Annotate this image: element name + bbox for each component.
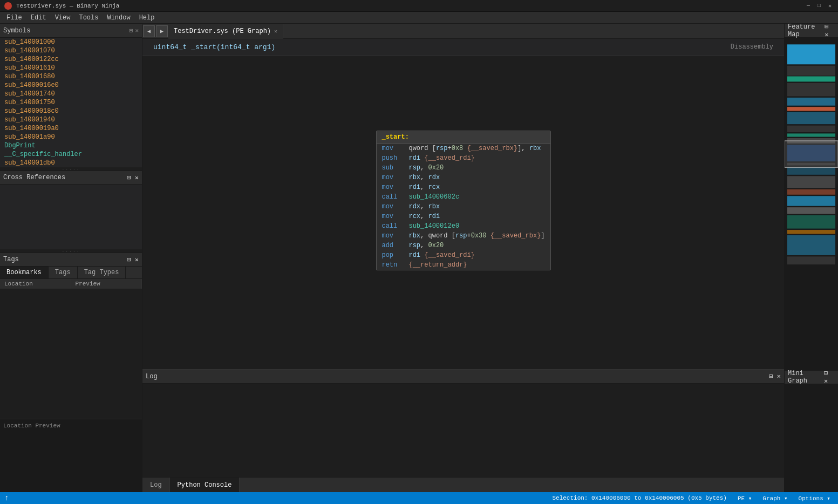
asm-operands: rbx, rdx xyxy=(408,174,440,181)
tab-close-icon[interactable]: ✕ xyxy=(274,28,277,35)
crossref-close-icon[interactable]: ✕ xyxy=(135,174,139,182)
symbol-item[interactable]: sub_14000018c0 xyxy=(0,107,142,115)
status-right: Selection: 0x140006000 to 0x140006005 (0… xyxy=(549,495,834,502)
mini-graph-header: Mini Graph ⊟ ✕ xyxy=(785,370,838,384)
asm-row[interactable]: poprdi {__saved_rdi} xyxy=(376,250,550,260)
svg-rect-17 xyxy=(787,207,835,214)
symbol-item[interactable]: sub_14000019a0 xyxy=(0,124,142,133)
symbol-item[interactable]: sub_140001740 xyxy=(0,90,142,98)
status-options[interactable]: Options ▾ xyxy=(795,495,834,502)
symbol-item[interactable]: sub_14000016e0 xyxy=(0,81,142,90)
menu-item-file[interactable]: File xyxy=(2,13,26,23)
mini-graph-minimize-icon[interactable]: ⊟ xyxy=(824,370,828,377)
tags-minimize-icon[interactable]: ⊟ xyxy=(127,256,131,264)
function-header: uint64_t _start(int64_t arg1) xyxy=(142,39,784,56)
asm-row[interactable]: addrsp, 0x20 xyxy=(376,241,550,250)
symbol-item[interactable]: sub_140001940 xyxy=(0,115,142,124)
graph-tab[interactable]: TestDriver.sys (PE Graph) ✕ xyxy=(168,24,283,39)
asm-operands: qword [rsp+0x8 {__saved_rbx}], rbx xyxy=(408,145,541,152)
symbols-minimize-icon[interactable]: ⊟ xyxy=(130,27,133,34)
svg-rect-14 xyxy=(787,176,835,188)
asm-row[interactable]: movrcx, rdi xyxy=(376,212,550,221)
log-close-icon[interactable]: ✕ xyxy=(777,373,781,380)
symbol-item[interactable]: sub_14000122cc xyxy=(0,55,142,64)
close-button[interactable]: ✕ xyxy=(826,2,834,10)
svg-rect-16 xyxy=(787,196,835,206)
maximize-button[interactable]: □ xyxy=(815,2,823,10)
symbol-item[interactable]: sub_140001000 xyxy=(0,38,142,46)
window-title: TestDriver.sys — Binary Ninja xyxy=(16,3,119,9)
forward-button[interactable]: ▶ xyxy=(156,25,168,37)
asm-operands: rsp, 0x20 xyxy=(408,164,444,172)
svg-rect-21 xyxy=(787,256,835,264)
log-body xyxy=(142,384,784,477)
symbol-item[interactable]: sub_140001750 xyxy=(0,98,142,107)
menu-item-edit[interactable]: Edit xyxy=(26,13,51,23)
asm-operands: rsp, 0x20 xyxy=(408,242,444,249)
crossref-minimize-icon[interactable]: ⊟ xyxy=(127,174,131,182)
tags-col-location: Location xyxy=(0,279,71,289)
bottom-tab-python-console[interactable]: Python Console xyxy=(170,478,240,492)
asm-row[interactable]: callsub_1400012e0 xyxy=(376,221,550,231)
tab-tags[interactable]: Tags xyxy=(49,267,78,278)
svg-rect-20 xyxy=(787,235,835,255)
status-pe[interactable]: PE ▾ xyxy=(734,495,755,502)
svg-rect-1 xyxy=(787,44,835,64)
asm-mnemonic: pop xyxy=(381,251,408,259)
menu-item-help[interactable]: Help xyxy=(135,13,159,23)
symbols-close-icon[interactable]: ✕ xyxy=(135,27,139,34)
asm-rows: movqword [rsp+0x8 {__saved_rbx}], rbxpus… xyxy=(376,144,550,270)
symbol-item[interactable]: sub_140001070 xyxy=(0,46,142,55)
symbol-item[interactable]: DbgPrint xyxy=(0,141,142,150)
tags-title: Tags xyxy=(3,256,19,263)
symbol-item[interactable]: sub_140001610 xyxy=(0,64,142,72)
asm-row[interactable]: movrbx, rdx xyxy=(376,173,550,182)
asm-row[interactable]: retn{__return_addr} xyxy=(376,260,550,270)
log-title: Log xyxy=(146,373,158,380)
status-arrow-icon[interactable]: ↑ xyxy=(4,494,9,502)
tags-close-icon[interactable]: ✕ xyxy=(135,256,139,264)
symbol-item[interactable]: __C_specific_handler xyxy=(0,150,142,159)
symbols-controls: ⊟ ✕ xyxy=(130,27,139,34)
asm-row[interactable]: movrbx, qword [rsp+0x30 {__saved_rbx}] xyxy=(376,231,550,241)
menu-item-tools[interactable]: Tools xyxy=(74,13,103,23)
mini-graph-title: Mini Graph xyxy=(788,370,824,385)
tab-bookmarks[interactable]: Bookmarks xyxy=(0,267,49,278)
asm-row[interactable]: movqword [rsp+0x8 {__saved_rbx}], rbx xyxy=(376,144,550,153)
asm-operands: rdi, rcx xyxy=(408,183,440,191)
tab-tag-types[interactable]: Tag Types xyxy=(78,267,126,278)
svg-rect-7 xyxy=(787,112,835,124)
symbol-item[interactable]: sub_140001a90 xyxy=(0,133,142,141)
status-graph[interactable]: Graph ▾ xyxy=(759,495,791,502)
symbol-item[interactable]: sub_140001680 xyxy=(0,72,142,81)
feature-map-body xyxy=(785,38,838,370)
asm-row[interactable]: subrsp, 0x20 xyxy=(376,163,550,173)
log-minimize-icon[interactable]: ⊟ xyxy=(769,373,773,380)
mini-graph-body xyxy=(785,384,838,492)
window-controls: — □ ✕ xyxy=(805,2,834,10)
crossref-body xyxy=(0,185,142,249)
tags-col-preview: Preview xyxy=(71,279,142,289)
asm-row[interactable]: callsub_14000602c xyxy=(376,192,550,202)
svg-rect-18 xyxy=(787,215,835,229)
symbols-list[interactable]: sub_140001000sub_140001070sub_14000122cc… xyxy=(0,38,142,167)
asm-mnemonic: push xyxy=(381,154,408,162)
feature-map-minimize-icon[interactable]: ⊟ xyxy=(825,24,828,31)
asm-row[interactable]: pushrdi {__saved_rdi} xyxy=(376,153,550,163)
svg-rect-4 xyxy=(787,83,835,97)
asm-mnemonic: mov xyxy=(381,232,408,240)
menu-item-window[interactable]: Window xyxy=(103,13,134,23)
asm-row[interactable]: movrdx, rbx xyxy=(376,202,550,212)
mini-graph-controls: ⊟ ✕ xyxy=(824,369,835,385)
asm-mnemonic: sub xyxy=(381,164,408,172)
svg-rect-22 xyxy=(785,141,838,167)
menu-item-view[interactable]: View xyxy=(51,13,75,23)
bottom-tab-log[interactable]: Log xyxy=(142,478,170,492)
minimize-button[interactable]: — xyxy=(805,2,812,10)
tab-bar: ◀ ▶ TestDriver.sys (PE Graph) ✕ xyxy=(142,24,784,39)
center-panel: ◀ ▶ TestDriver.sys (PE Graph) ✕ uint64_t… xyxy=(142,24,784,492)
asm-row[interactable]: movrdi, rcx xyxy=(376,182,550,192)
symbols-title: Symbols xyxy=(3,27,30,35)
graph-area[interactable]: uint64_t _start(int64_t arg1) Disassembl… xyxy=(142,39,784,369)
back-button[interactable]: ◀ xyxy=(143,25,155,37)
